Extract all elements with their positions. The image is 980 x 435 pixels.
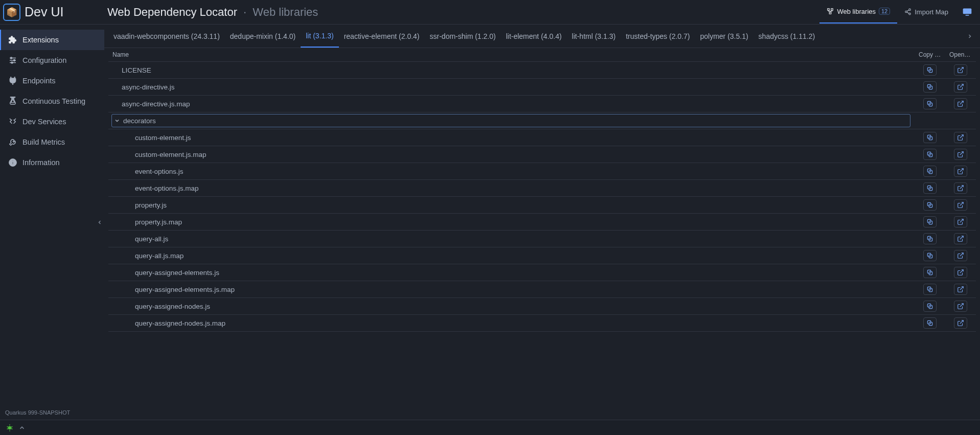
sidebar-collapse-button[interactable]: [95, 212, 104, 233]
open-button[interactable]: [954, 199, 967, 211]
copy-button[interactable]: [923, 64, 937, 76]
sidebar-item-dev-services[interactable]: Dev Services: [0, 111, 104, 132]
copy-button[interactable]: [923, 98, 937, 109]
logo[interactable]: 📦 Dev UI: [3, 4, 107, 21]
col-open[interactable]: Open as…: [945, 48, 976, 62]
file-name: event-options.js.map: [135, 185, 199, 192]
footer-expand-button[interactable]: [18, 424, 26, 431]
library-tab[interactable]: lit-html (3.1.3): [567, 25, 621, 48]
open-button[interactable]: [954, 81, 967, 93]
file-name: property.js.map: [135, 218, 182, 226]
tab-import-map[interactable]: Import Map: [897, 0, 955, 24]
sidebar-item-label: Configuration: [22, 56, 66, 64]
open-button[interactable]: [954, 98, 967, 109]
breadcrumb: Web Dependency Locator · Web libraries: [107, 6, 318, 19]
copy-button[interactable]: [923, 199, 937, 211]
open-button[interactable]: [954, 233, 967, 244]
copy-button[interactable]: [923, 267, 937, 278]
open-button[interactable]: [954, 166, 967, 177]
copy-button[interactable]: [923, 182, 937, 194]
svg-rect-6: [963, 8, 972, 14]
sidebar-item-label: Information: [22, 158, 60, 167]
continuous-testing-icon: [7, 97, 18, 106]
col-name[interactable]: Name: [108, 48, 915, 62]
library-tab[interactable]: lit-element (4.0.4): [501, 25, 567, 48]
library-tab[interactable]: polymer (3.5.1): [695, 25, 753, 48]
file-row: property.js.map: [108, 214, 976, 231]
main: vaadin-webcomponents (24.3.11)dedupe-mix…: [104, 25, 980, 420]
open-button[interactable]: [954, 250, 967, 261]
sidebar-item-extensions[interactable]: Extensions: [0, 30, 104, 50]
copy-button[interactable]: [923, 81, 937, 93]
file-row: query-all.js: [108, 231, 976, 247]
copy-button[interactable]: [923, 284, 937, 295]
file-row: query-assigned-nodes.js.map: [108, 315, 976, 332]
open-button[interactable]: [954, 301, 967, 312]
sidebar-item-build-metrics[interactable]: Build Metrics: [0, 132, 104, 152]
file-name: query-assigned-elements.js: [135, 269, 219, 277]
sidebar-item-label: Build Metrics: [22, 138, 65, 146]
file-row: query-all.js.map: [108, 247, 976, 264]
copy-button[interactable]: [923, 216, 937, 227]
open-button[interactable]: [954, 149, 967, 160]
library-tab[interactable]: shadycss (1.11.2): [754, 25, 821, 48]
library-tab[interactable]: reactive-element (2.0.4): [339, 25, 425, 48]
file-row: custom-element.js.map: [108, 146, 976, 163]
bug-icon[interactable]: [5, 424, 14, 432]
file-row: event-options.js: [108, 163, 976, 180]
folder-name: decorators: [123, 117, 156, 125]
build-metrics-icon: [7, 138, 18, 147]
open-button[interactable]: [954, 267, 967, 278]
tabs-scroll-right[interactable]: [964, 33, 976, 40]
page-subtitle: Web libraries: [253, 6, 318, 18]
sidebar: ExtensionsConfigurationEndpointsContinuo…: [0, 25, 104, 420]
dev-services-icon: [7, 117, 18, 126]
tab-import-map-label: Import Map: [915, 8, 948, 16]
file-name: query-assigned-elements.js.map: [135, 286, 235, 293]
copy-button[interactable]: [923, 166, 937, 177]
copy-button[interactable]: [923, 317, 937, 329]
open-button[interactable]: [954, 317, 967, 329]
file-name: query-assigned-nodes.js.map: [135, 319, 225, 327]
chevron-left-icon: [97, 218, 103, 227]
copy-button[interactable]: [923, 250, 937, 261]
sidebar-item-label: Dev Services: [22, 118, 66, 126]
copy-button[interactable]: [923, 233, 937, 244]
sidebar-item-configuration[interactable]: Configuration: [0, 50, 104, 71]
information-icon: [7, 158, 18, 167]
library-tab[interactable]: dedupe-mixin (1.4.0): [225, 25, 301, 48]
copy-button[interactable]: [923, 149, 937, 160]
open-button[interactable]: [954, 216, 967, 227]
sidebar-item-information[interactable]: Information: [0, 152, 104, 173]
endpoints-icon: [7, 76, 18, 85]
file-row: async-directive.js.map: [108, 96, 976, 112]
file-name: LICENSE: [122, 66, 151, 74]
file-name: query-assigned-nodes.js: [135, 303, 210, 310]
library-tab[interactable]: ssr-dom-shim (1.2.0): [425, 25, 501, 48]
page-title: Web Dependency Locator: [107, 6, 237, 18]
tab-web-libraries[interactable]: Web libraries 12: [819, 0, 897, 24]
chevron-down-icon: [114, 118, 120, 124]
copy-button[interactable]: [923, 301, 937, 312]
monitor-icon[interactable]: [962, 7, 973, 17]
open-button[interactable]: [954, 182, 967, 194]
svg-point-47: [8, 426, 12, 429]
svg-rect-15: [12, 162, 13, 165]
col-copy[interactable]: Copy I…: [915, 48, 945, 62]
library-tab[interactable]: vaadin-webcomponents (24.3.11): [108, 25, 225, 48]
sidebar-item-continuous-testing[interactable]: Continuous Testing: [0, 91, 104, 111]
extensions-icon: [7, 35, 18, 44]
open-button[interactable]: [954, 284, 967, 295]
library-tab[interactable]: lit (3.1.3): [301, 25, 338, 48]
tree-icon: [827, 8, 834, 15]
file-name: query-all.js.map: [135, 252, 184, 260]
library-tab[interactable]: trusted-types (2.0.7): [621, 25, 695, 48]
open-button[interactable]: [954, 132, 967, 143]
open-button[interactable]: [954, 64, 967, 76]
svg-point-4: [905, 11, 907, 13]
file-table: Name Copy I… Open as… LICENSEasync-direc…: [104, 48, 980, 420]
file-name: custom-element.js.map: [135, 151, 207, 158]
copy-button[interactable]: [923, 132, 937, 143]
sidebar-item-endpoints[interactable]: Endpoints: [0, 71, 104, 91]
folder-row[interactable]: decorators: [108, 112, 976, 129]
